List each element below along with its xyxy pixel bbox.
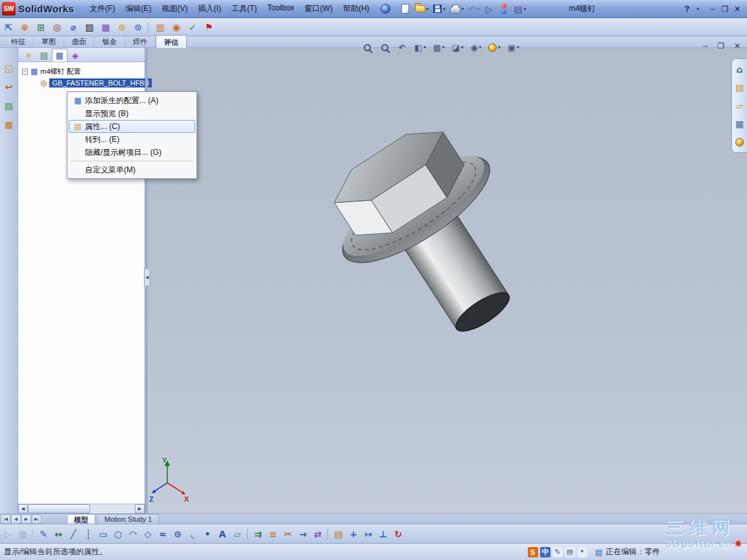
save-icon[interactable]: ▾: [432, 2, 447, 16]
restore-button[interactable]: ❐: [720, 5, 730, 14]
ime-chinese-icon[interactable]: 中: [540, 547, 551, 557]
mirror-entities-icon[interactable]: ⇄: [311, 527, 324, 541]
repair-sketch-icon[interactable]: ↻: [392, 527, 405, 541]
smart-dimension-icon[interactable]: ↔: [52, 527, 65, 541]
featuremanager-tab[interactable]: ≡: [21, 49, 36, 62]
file-explorer-icon[interactable]: ▱: [733, 99, 746, 113]
minimize-button[interactable]: –: [707, 5, 718, 14]
apply-scene-icon[interactable]: ▣▾: [506, 40, 521, 54]
collapse-toggle[interactable]: −: [22, 69, 28, 75]
plane-icon[interactable]: ▱: [231, 527, 244, 541]
add-relations-icon[interactable]: ⊥: [377, 527, 390, 541]
doc-close-button[interactable]: ✕: [734, 41, 741, 51]
grid-snap-icon[interactable]: ▦: [16, 527, 29, 541]
display-style-icon[interactable]: ◪▾: [451, 40, 465, 54]
circle-icon[interactable]: ○: [112, 527, 124, 541]
panel-hscrollbar[interactable]: ◀ ▶: [18, 504, 145, 513]
menu-edit[interactable]: 编辑(E): [121, 0, 157, 18]
motion-study-tab[interactable]: Motion Study 1: [97, 514, 159, 524]
tab-sketch[interactable]: 草图: [34, 36, 64, 47]
menu-item-add-derived-config[interactable]: ▦ 添加派生的配置... (A): [69, 94, 195, 107]
edit-appearance-icon[interactable]: ▾: [487, 40, 502, 54]
propertymanager-tab[interactable]: ▤: [36, 49, 52, 62]
design-checker-icon[interactable]: ✓: [186, 20, 199, 34]
tab-surfaces[interactable]: 曲面: [64, 36, 95, 47]
trim-entities-icon[interactable]: ✂: [281, 527, 294, 541]
hole-alignment-icon[interactable]: ◎: [51, 20, 64, 34]
tree-root-row[interactable]: − ▦ m4螺钉 配置: [19, 65, 143, 77]
verification-icon[interactable]: ⇱: [2, 20, 15, 34]
menu-tools[interactable]: 工具(T): [226, 0, 262, 18]
dimxpert-tab[interactable]: ◈: [67, 49, 83, 62]
config-root-label[interactable]: m4螺钉 配置: [40, 67, 80, 76]
select-arrow-icon[interactable]: ▷: [482, 2, 495, 16]
menu-help[interactable]: 帮助(H): [338, 0, 375, 18]
clearance-verification-icon[interactable]: ⊞: [34, 20, 47, 34]
prev-tab-button[interactable]: ◀: [11, 515, 21, 524]
tab-evaluate[interactable]: 评估: [156, 35, 187, 48]
last-tab-button[interactable]: ▶|: [32, 515, 42, 524]
rollback-icon[interactable]: ↩: [3, 80, 16, 94]
statistics-icon[interactable]: ▥: [154, 20, 167, 34]
compare-docs-icon[interactable]: ⚑: [202, 20, 215, 34]
search-icon[interactable]: [381, 4, 390, 14]
display-relations-icon[interactable]: ↦: [362, 527, 375, 541]
measure-icon[interactable]: ⌀: [67, 20, 80, 34]
model-canvas[interactable]: Y X Z: [148, 48, 747, 513]
interference-detection-icon[interactable]: ⊕: [18, 20, 31, 34]
hide-show-items-icon[interactable]: ◉▾: [469, 40, 482, 54]
section-view-icon[interactable]: ◧▾: [413, 40, 427, 54]
menu-insert[interactable]: 插入(I): [193, 0, 226, 18]
corner-rectangle-icon[interactable]: ▭: [97, 527, 110, 541]
tree-config-row[interactable]: ◎ GB_FASTENER_BOLT_HFBB: [19, 77, 143, 89]
menu-view[interactable]: 视图(V): [157, 0, 193, 18]
configurationmanager-tab[interactable]: ▦: [52, 49, 67, 62]
close-button[interactable]: ✕: [732, 5, 742, 14]
ime-tools-icon[interactable]: *: [577, 547, 587, 557]
previous-view-icon[interactable]: ↶: [396, 40, 409, 54]
magnifier-icon[interactable]: ⊙: [132, 20, 145, 34]
line-icon[interactable]: ╱: [67, 527, 80, 541]
first-tab-button[interactable]: |◀: [1, 515, 10, 524]
ime-pen-icon[interactable]: ✎: [552, 547, 563, 557]
model-tab[interactable]: 模型: [67, 514, 95, 524]
tab-weldments[interactable]: 焊件: [125, 36, 156, 47]
help-dropdown-icon[interactable]: ▾: [696, 6, 699, 12]
tab-sheetmetal[interactable]: 钣金: [95, 36, 125, 47]
scrollbar-thumb[interactable]: [28, 504, 90, 513]
grid-pattern-icon[interactable]: ▦: [3, 117, 16, 132]
menu-item-hide-show-tree[interactable]: 隐藏/显示树项目... (G): [69, 146, 195, 159]
menu-item-customize-menu[interactable]: 自定义菜单(M): [69, 163, 195, 176]
print-icon[interactable]: ▾: [449, 2, 466, 16]
menu-toolbox[interactable]: Toolbox: [262, 0, 299, 18]
mass-properties-icon[interactable]: ▦: [99, 20, 112, 34]
menu-item-go-to[interactable]: 转到... (E): [69, 133, 195, 146]
convert-entities-icon[interactable]: ⇉: [252, 527, 265, 541]
linear-pattern-icon[interactable]: ▤: [332, 527, 345, 541]
zoom-fit-icon[interactable]: [361, 40, 374, 54]
scrollbar-track[interactable]: [28, 504, 135, 513]
open-icon[interactable]: ▾: [414, 2, 431, 16]
sogou-ime-icon[interactable]: S: [528, 547, 538, 557]
new-document-icon[interactable]: [399, 2, 412, 16]
home-resources-icon[interactable]: ⌂: [733, 62, 746, 76]
sensors-icon[interactable]: ◉: [170, 20, 183, 34]
design-binder-icon[interactable]: ▤: [3, 99, 16, 113]
section-properties-icon[interactable]: ▨: [83, 20, 96, 34]
undo-icon[interactable]: ↶▾: [467, 2, 480, 16]
arc-icon[interactable]: ◠: [126, 527, 139, 541]
offset-entities-icon[interactable]: ≡: [267, 527, 279, 541]
rebuild-icon[interactable]: [497, 2, 510, 16]
spline-icon[interactable]: ≈: [156, 527, 169, 541]
extend-entities-icon[interactable]: →: [296, 527, 309, 541]
centerline-icon[interactable]: ┆: [82, 527, 95, 541]
zoom-check-icon[interactable]: ⊙: [115, 20, 128, 34]
panel-collapse-button[interactable]: ◀: [144, 268, 150, 286]
tab-features[interactable]: 特征: [3, 36, 34, 47]
polygon-icon[interactable]: ◇: [141, 527, 154, 541]
selected-configuration-label[interactable]: GB_FASTENER_BOLT_HFBB: [49, 78, 152, 88]
doc-minimize-button[interactable]: –: [703, 41, 707, 51]
doc-restore-button[interactable]: ❐: [717, 41, 724, 51]
zoom-area-icon[interactable]: [378, 40, 391, 54]
menu-file[interactable]: 文件(F): [84, 0, 120, 18]
